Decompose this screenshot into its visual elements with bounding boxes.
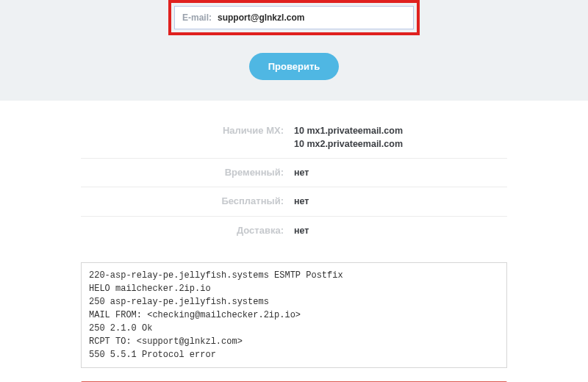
email-input-row: E-mail: [174, 6, 414, 29]
mx-record: 10 mx2.privateemail.com [294, 137, 507, 151]
result-row-delivery: Доставка: нет [81, 217, 507, 245]
email-field[interactable] [218, 7, 413, 29]
result-row-free: Бесплатный: нет [81, 187, 507, 216]
result-label-free: Бесплатный: [81, 195, 294, 206]
smtp-log: 220-asp-relay-pe.jellyfish.systems ESMTP… [81, 262, 507, 368]
submit-wrap: Проверить [0, 35, 588, 87]
results-section: Наличие MX: 10 mx1.privateemail.com 10 m… [0, 101, 588, 252]
input-highlight-box: E-mail: [168, 0, 420, 35]
result-row-temporary: Временный: нет [81, 159, 507, 187]
result-value-delivery: нет [294, 224, 507, 237]
result-row-mx: Наличие MX: 10 mx1.privateemail.com 10 m… [81, 117, 507, 159]
result-value-temporary: нет [294, 166, 507, 179]
result-label-temporary: Временный: [81, 166, 294, 178]
result-value-free: нет [294, 195, 507, 208]
result-value-mx: 10 mx1.privateemail.com 10 mx2.privateem… [294, 124, 507, 151]
result-label-delivery: Доставка: [81, 224, 294, 236]
check-button[interactable]: Проверить [249, 53, 340, 80]
result-label-mx: Наличие MX: [81, 124, 294, 136]
mx-record: 10 mx1.privateemail.com [294, 124, 507, 137]
email-label: E-mail: [175, 12, 218, 23]
form-section: E-mail: Проверить [0, 0, 588, 101]
